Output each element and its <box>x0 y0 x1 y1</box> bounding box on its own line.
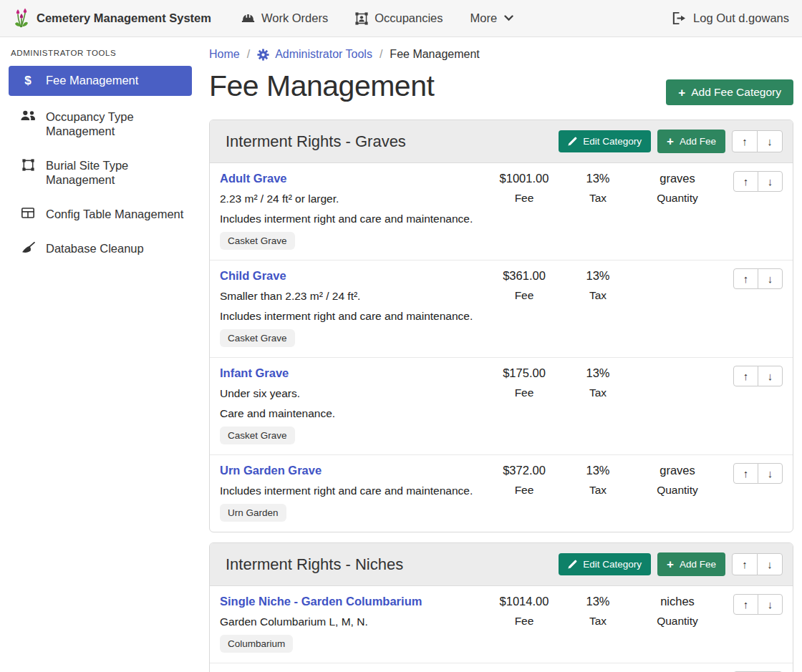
chevron-down-icon <box>504 15 513 21</box>
move-fee-up-button[interactable]: ↑ <box>733 171 758 192</box>
app-brand[interactable]: Cemetery Management System <box>13 8 211 29</box>
fee-type-badge: Urn Garden <box>220 504 286 522</box>
category-reorder-controls: ↑ ↓ <box>732 130 783 152</box>
tax-value: 13% <box>562 172 634 185</box>
move-fee-down-button[interactable]: ↓ <box>758 171 783 192</box>
move-category-up-button[interactable]: ↑ <box>732 553 758 575</box>
fee-amount: $372.00 <box>486 464 562 477</box>
page-title: Fee Management <box>209 69 434 103</box>
nav-occupancies[interactable]: Occupancies <box>355 11 443 25</box>
move-fee-up-button[interactable]: ↑ <box>733 268 758 289</box>
fee-name-link[interactable]: Adult Grave <box>220 172 287 185</box>
users-icon <box>19 110 37 121</box>
move-fee-down-button[interactable]: ↓ <box>758 366 783 386</box>
move-category-up-button[interactable]: ↑ <box>732 130 758 152</box>
fee-name-link[interactable]: Child Grave <box>220 269 286 283</box>
sidebar-item-burial-site-type-management[interactable]: Burial Site Type Management <box>9 152 192 193</box>
category-reorder-controls: ↑ ↓ <box>732 553 783 575</box>
move-category-down-button[interactable]: ↓ <box>757 130 783 152</box>
nav-more-label: More <box>470 11 498 25</box>
add-fee-button[interactable]: + Add Fee <box>657 552 725 576</box>
fee-row-single-niche: Single Niche - Garden Columbarium Garden… <box>210 586 793 663</box>
move-category-down-button[interactable]: ↓ <box>757 553 783 575</box>
breadcrumb-home-link[interactable]: Home <box>209 48 240 61</box>
main-content: Home / <box>200 37 802 672</box>
sidebar-item-fee-management[interactable]: $ Fee Management <box>9 66 192 96</box>
quantity-column-empty <box>634 366 721 444</box>
sidebar-item-database-cleanup[interactable]: Database Cleanup <box>9 235 192 262</box>
add-fee-category-button[interactable]: + Add Fee Category <box>666 79 793 105</box>
fee-type-badge: Casket Grave <box>220 232 295 250</box>
fee-row-companion-niche: Companion Niche - Garden Columbarium Gar… <box>210 663 793 672</box>
logout-label: Log Out d.gowans <box>693 11 789 25</box>
add-fee-category-label: Add Fee Category <box>691 86 781 99</box>
move-fee-down-button[interactable]: ↓ <box>758 268 783 289</box>
sidebar-item-label: Fee Management <box>46 73 138 87</box>
tax-label: Tax <box>562 289 634 302</box>
sidebar-item-label: Occupancy Type Management <box>46 109 186 138</box>
quantity-value: niches <box>634 595 721 608</box>
pencil-icon <box>568 137 577 146</box>
nav-work-orders[interactable]: Work Orders <box>241 11 328 25</box>
tax-label: Tax <box>562 192 634 205</box>
category-title: Interment Rights - Niches <box>226 555 403 574</box>
fee-description: Garden Columbarium L, M, N. <box>220 615 486 628</box>
fee-row-infant-grave: Infant Grave Under six years. Care and m… <box>210 358 793 455</box>
fee-description: Includes interment right and care and ma… <box>220 213 486 225</box>
breadcrumb-admin-tools-link[interactable]: Administrator Tools <box>257 48 372 61</box>
breadcrumb: Home / <box>209 48 793 61</box>
sidebar-item-label: Burial Site Type Management <box>46 158 186 187</box>
tax-label: Tax <box>562 484 634 497</box>
quantity-label: Quantity <box>634 615 721 628</box>
edit-category-label: Edit Category <box>583 136 642 147</box>
fee-name-link[interactable]: Infant Grave <box>220 366 289 380</box>
pencil-icon <box>568 560 577 569</box>
fee-row-adult-grave: Adult Grave 2.23 m² / 24 ft² or larger. … <box>210 163 793 260</box>
fee-type-badge: Casket Grave <box>220 329 295 347</box>
quantity-label: Quantity <box>634 192 721 205</box>
logout-button[interactable]: Log Out d.gowans <box>672 11 789 25</box>
fee-label: Fee <box>486 615 562 628</box>
breadcrumb-admin-tools-label: Administrator Tools <box>275 48 372 61</box>
fee-description: Includes interment right and care and ma… <box>220 484 486 497</box>
quantity-value: graves <box>634 464 721 477</box>
sidebar-item-occupancy-type-management[interactable]: Occupancy Type Management <box>9 103 192 145</box>
fee-reorder-controls: ↑ ↓ <box>727 171 783 250</box>
tax-column: 13% Tax <box>562 463 634 522</box>
quantity-column: graves Quantity <box>634 171 721 250</box>
sidebar-item-config-table-management[interactable]: Config Table Management <box>9 200 192 228</box>
quantity-column: niches Quantity <box>634 594 721 653</box>
fee-description: Under six years. <box>220 387 486 400</box>
move-fee-up-button[interactable]: ↑ <box>733 366 758 386</box>
move-fee-up-button[interactable]: ↑ <box>733 594 758 615</box>
fee-label: Fee <box>486 484 562 497</box>
tax-column: 13% Tax <box>562 594 634 653</box>
edit-category-button[interactable]: Edit Category <box>559 130 651 152</box>
move-fee-up-button[interactable]: ↑ <box>733 463 758 484</box>
logout-icon <box>672 12 686 24</box>
plus-icon: + <box>678 87 685 99</box>
quantity-column-empty <box>634 268 721 347</box>
sidebar-heading: ADMINISTRATOR TOOLS <box>11 49 192 57</box>
table-icon <box>19 208 37 218</box>
quantity-value: graves <box>634 172 721 185</box>
edit-category-button[interactable]: Edit Category <box>559 553 651 575</box>
move-fee-down-button[interactable]: ↓ <box>758 463 783 484</box>
fee-name-link[interactable]: Single Niche - Garden Columbarium <box>220 595 422 608</box>
add-fee-label: Add Fee <box>680 559 716 570</box>
add-fee-button[interactable]: + Add Fee <box>657 130 725 153</box>
fee-amount-column: $175.00 Fee <box>486 366 562 444</box>
tulip-logo-icon <box>13 8 30 29</box>
tax-value: 13% <box>562 464 634 477</box>
fee-amount-column: $1014.00 Fee <box>486 594 562 653</box>
nav-more-menu[interactable]: More <box>470 11 514 25</box>
fee-description: 2.23 m² / 24 ft² or larger. <box>220 193 486 205</box>
vector-square-icon <box>19 159 37 171</box>
fee-amount: $361.00 <box>486 269 562 283</box>
move-fee-down-button[interactable]: ↓ <box>758 594 783 615</box>
fee-description: Smaller than 2.23 m² / 24 ft². <box>220 290 486 303</box>
fee-amount: $1014.00 <box>486 595 562 608</box>
fee-reorder-controls: ↑ ↓ <box>727 268 783 347</box>
fee-name-link[interactable]: Urn Garden Grave <box>220 464 322 477</box>
fee-amount-column: $361.00 Fee <box>486 268 562 347</box>
